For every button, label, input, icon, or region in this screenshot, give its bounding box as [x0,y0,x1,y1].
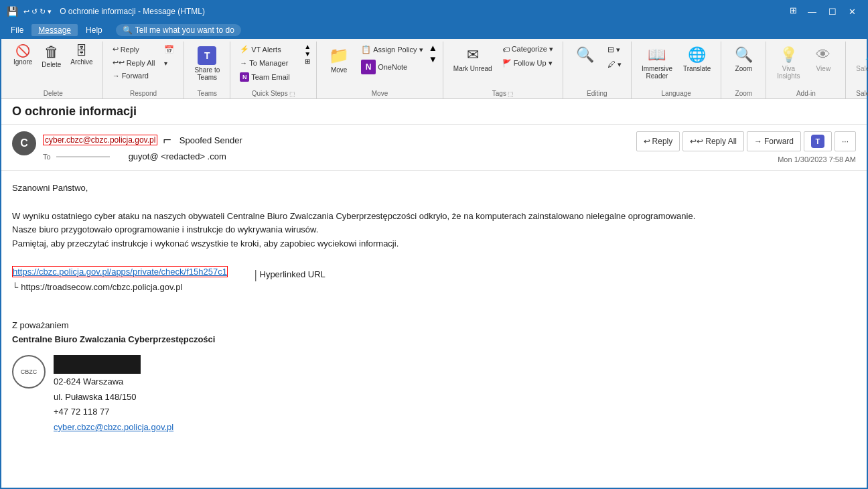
sender-row: cyber.cbzc@cbzc.policja.gov.pl ⌐ Spoofed… [43,131,242,149]
reply-button-ribbon[interactable]: ↩ Reply [108,43,159,56]
email-paragraph2: Nasze biuro przygotowało oprogramowanie … [12,223,856,237]
quick-steps-list: ⚡ VT Alerts → To Manager N Team Email [236,43,303,84]
zoom-icon: 🔍 [735,46,753,64]
window-title: O ochronie informacji - Message (HTML) [60,7,205,16]
sig-phone: +47 72 118 77 [54,405,173,419]
to-row: To guyot@ <redacted> .com [43,151,242,161]
phishing-link[interactable]: https://cbzc.policja.gov.pl/apps/private… [12,266,228,277]
policy-icon: 📋 [361,45,371,54]
categorize-icon: 🏷 [502,46,510,54]
move-up[interactable]: ▲ [429,43,437,53]
salesforce-buttons: ☁ Salesforce [851,43,868,88]
sender-avatar: C [12,131,36,155]
ribbon-group-quicksteps: ⚡ VT Alerts → To Manager N Team Email ▲ … [230,42,317,98]
forward-button-ribbon[interactable]: → Forward [108,70,159,82]
teams-label: Teams [198,88,217,97]
closing: Z poważaniem [12,319,856,333]
delete-button[interactable]: 🗑 Delete [38,43,65,70]
quicksteps-more[interactable]: ▼ [304,50,311,58]
sender-email[interactable]: cyber.cbzc@cbzc.policja.gov.pl [43,135,157,145]
email-paragraph3: Pamiętaj, aby przeczytać instrukcje i wy… [12,237,856,251]
assign-policy-button[interactable]: 📋 Assign Policy ▾ [357,43,427,56]
sig-block: CBZC 02-624 Warszawa ul. Puławska 148/15… [12,355,856,435]
forward-action-icon: → [754,137,762,146]
reply-all-action-icon: ↩↩ [690,137,703,146]
translate-button[interactable]: 🌐 Translate [678,43,715,76]
ribbon-group-editing: 🔍 ⊟ ▾ 🖊 ▾ Editing [563,42,632,98]
respond-dropdown[interactable]: ▾ [160,58,178,69]
respond-buttons: ↩ Reply ↩↩ Reply All → Forward 📅 [108,43,179,88]
tags-secondary: 🏷 Categorize ▾ 🚩 Follow Up ▾ [498,43,557,70]
real-url-text: https://troadsecow.com/cbzc.policja.gov.… [21,281,182,295]
teams-action-button[interactable]: T [804,131,832,151]
outlook-window: 💾 ↩ ↺ ↻ ▾ O ochronie informacji - Messag… [0,0,868,489]
minimize-button[interactable]: — [802,5,822,18]
view-button[interactable]: 👁 View [806,43,840,76]
unread-icon: ✉ [467,46,479,64]
menu-file[interactable]: File [4,24,30,36]
email-date: Mon 1/30/2023 7:58 AM [778,155,856,163]
speaker-icon: 🖊 [607,60,616,69]
more-respond-button[interactable]: 📅 [160,43,178,56]
mark-unread-button[interactable]: ✉ Mark Unread [449,43,497,76]
immersive-icon: 📖 [648,46,666,64]
zoom-label: Zoom [735,88,753,97]
to-label: To [43,153,51,161]
follow-up-button[interactable]: 🚩 Follow Up ▾ [498,57,557,70]
zoom-button[interactable]: 🔍 Zoom [727,43,760,76]
to-redacted [56,156,110,157]
delete-buttons: 🚫 Ignore 🗑 Delete 🗄 Archive [9,43,97,88]
close-button[interactable]: ✕ [843,5,861,18]
reply-all-action-button[interactable]: ↩↩ Reply All [682,131,744,151]
menu-bar: File Message Help 🔍 Tell me what you wan… [1,21,867,39]
quicksteps-dialog-icon: ⬚ [289,90,295,97]
share-to-teams-button[interactable]: T Share toTeams [190,43,224,84]
move-arrows: ▲ ▼ [429,43,437,64]
salesforce-button[interactable]: ☁ Salesforce [851,43,868,76]
spoofed-sender-label: Spoofed Sender [179,135,242,145]
onenote-button[interactable]: N OneNote [357,58,427,76]
tags-dialog-icon: ⬚ [508,90,514,97]
select-button[interactable]: ⊟ ▾ [603,43,626,56]
language-label: Language [661,88,691,97]
email-signature: Z poważaniem Centralne Biuro Zwalczania … [12,319,856,347]
team-email-button[interactable]: N Team Email [236,70,303,84]
quicksteps-buttons: ⚡ VT Alerts → To Manager N Team Email ▲ … [236,43,311,88]
reply-all-button-ribbon[interactable]: ↩↩ Reply All [108,56,159,69]
categorize-button[interactable]: 🏷 Categorize ▾ [498,43,557,56]
menu-message[interactable]: Message [31,24,78,36]
immersive-reader-button[interactable]: 📖 ImmersiveReader [637,43,677,83]
ribbon-group-salesforce: ☁ Salesforce Salesforce [846,42,868,98]
url-section: https://cbzc.policja.gov.pl/apps/private… [12,265,856,295]
read-aloud-button[interactable]: 🖊 ▾ [603,58,626,71]
reply-action-button[interactable]: ↩ Reply [636,131,680,151]
language-buttons: 📖 ImmersiveReader 🌐 Translate [637,43,715,88]
archive-button[interactable]: 🗄 Archive [66,43,96,68]
quicksteps-up[interactable]: ▲ [304,43,311,50]
title-bar: 💾 ↩ ↺ ↻ ▾ O ochronie informacji - Messag… [1,1,867,21]
email-greeting: Szanowni Państwo, [12,182,856,196]
viva-insights-button[interactable]: 💡 VivaInsights [772,43,805,83]
archive-icon: 🗄 [76,45,88,57]
title-bar-left: 💾 ↩ ↺ ↻ ▾ O ochronie informacji - Messag… [7,6,205,17]
quicksteps-expand[interactable]: ⊞ [304,58,311,65]
move-down[interactable]: ▼ [429,54,437,64]
menu-help[interactable]: Help [79,24,109,36]
salesforce-label: Salesforce [856,88,868,97]
move-buttons: 📁 Move 📋 Assign Policy ▾ N OneNote ▲ ▼ [322,43,437,88]
tell-me-button[interactable]: 🔍 Tell me what you want to do [116,24,241,36]
move-button[interactable]: 📁 Move [322,43,356,77]
maximize-button[interactable]: ☐ [823,5,842,18]
respond-label: Respond [130,88,157,97]
to-manager-button[interactable]: → To Manager [236,57,303,69]
sig-email[interactable]: cyber.cbzc@cbzc.policja.gov.pl [54,421,173,435]
vt-alerts-button[interactable]: ⚡ VT Alerts [236,43,303,56]
sender-area: C cyber.cbzc@cbzc.policja.gov.pl ⌐ Spoof… [12,131,242,161]
find-button[interactable]: 🔍 [569,43,602,68]
ignore-button[interactable]: 🚫 Ignore [9,43,36,68]
more-actions-button[interactable]: ··· [835,131,856,151]
teams-action-icon: T [811,135,824,148]
manager-icon: → [240,59,247,67]
ribbon-group-move: 📁 Move 📋 Assign Policy ▾ N OneNote ▲ ▼ [317,42,443,98]
forward-action-button[interactable]: → Forward [747,131,801,151]
